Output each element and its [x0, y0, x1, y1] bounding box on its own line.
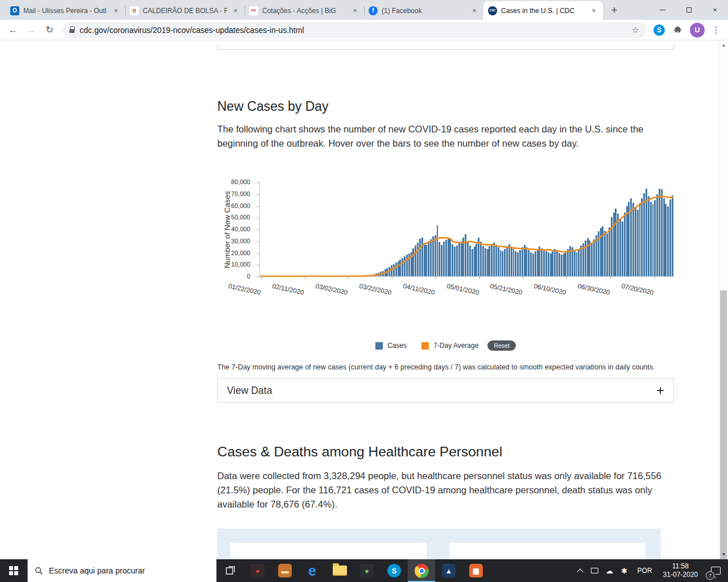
x-axis-tick-mark [348, 276, 349, 279]
y-axis-tick-mark [257, 230, 260, 230]
onedrive-tray-icon[interactable]: ☁ [602, 567, 617, 575]
tab-close-icon[interactable]: × [470, 6, 479, 15]
browser-tab[interactable]: BiGCotações - Acções | BiG× [245, 1, 364, 20]
taskbar-app-edge[interactable]: e [299, 559, 326, 582]
profile-avatar[interactable]: U [690, 23, 705, 38]
x-axis-tick-label: 03/22/2020 [359, 282, 392, 296]
skype-extension-icon[interactable]: S [653, 24, 665, 36]
outlook-favicon-icon: O [10, 6, 19, 15]
browser-menu-icon[interactable]: ⋮ [709, 24, 723, 35]
forward-button[interactable]: → [23, 22, 40, 39]
scroll-up-arrow-icon[interactable]: ▲ [719, 40, 728, 50]
close-button[interactable]: × [702, 0, 728, 20]
x-axis-tick-label: 01/22/2020 [228, 282, 261, 296]
cases-legend-label[interactable]: Cases [387, 342, 407, 350]
file-explorer-icon [333, 566, 347, 576]
taskbar-app-chrome[interactable] [408, 559, 435, 582]
x-axis-tick-mark [392, 276, 392, 279]
y-axis-tick-label: 60,000 [231, 202, 250, 209]
taskbar-app-skype[interactable]: S [380, 559, 408, 582]
x-axis-tick-label: 03/02/2020 [315, 282, 349, 296]
start-button[interactable] [0, 559, 27, 582]
search-icon [35, 567, 43, 575]
view-data-accordion[interactable]: View Data + [217, 378, 674, 403]
vertical-scrollbar[interactable]: ▲ ▼ [718, 40, 728, 559]
scroll-down-arrow-icon[interactable]: ▼ [719, 550, 728, 559]
taskbar-app-game-app[interactable]: ● [244, 559, 271, 582]
taskbar-app-office-app[interactable]: ▦ [462, 559, 490, 582]
expand-plus-icon[interactable]: + [656, 383, 664, 398]
browser-toolbar: ← → ↻ cdc.gov/coronavirus/2019-ncov/case… [0, 20, 728, 40]
x-axis-tick-label: 04/11/2020 [402, 282, 435, 296]
tab-strip: OMail - Ulisses Pereira - Outl×nCALDEIRÃ… [0, 0, 728, 20]
y-axis-tick-label: 30,000 [231, 238, 250, 244]
game-app-icon: ● [251, 564, 264, 577]
y-axis-tick-mark [257, 194, 260, 195]
forum-n-favicon-icon: n [130, 6, 139, 15]
extensions-puzzle-icon[interactable] [669, 22, 686, 39]
skype-icon: S [387, 564, 401, 577]
taskbar-app-media-app[interactable]: ● [353, 559, 380, 582]
y-axis-tick-mark [257, 265, 260, 265]
average-legend-swatch-icon[interactable] [421, 342, 429, 350]
x-axis-tick-mark [479, 276, 480, 279]
y-axis-tick-label: 50,000 [231, 214, 250, 221]
taskbar-app-store-app[interactable]: ▬ [271, 559, 299, 582]
y-axis-tick-mark [257, 277, 260, 277]
minimize-button[interactable] [650, 0, 676, 20]
maximize-button[interactable] [676, 0, 702, 20]
office-app-icon: ▦ [469, 564, 483, 577]
photos-app-icon: ▲ [442, 564, 456, 577]
scrollbar-thumb[interactable] [720, 290, 727, 559]
browser-tab[interactable]: CDCCases in the U.S. | CDC× [483, 1, 603, 20]
taskbar-app-photos-app[interactable]: ▲ [435, 559, 462, 582]
cases-legend-swatch-icon[interactable] [375, 342, 383, 350]
taskbar-clock[interactable]: 11:58 31-07-2020 [658, 562, 703, 579]
address-bar[interactable]: cdc.gov/coronavirus/2019-ncov/cases-upda… [63, 22, 646, 38]
tab-close-icon[interactable]: × [350, 6, 359, 15]
maximize-icon [686, 7, 692, 13]
chart-reset-button[interactable]: Reset [487, 340, 515, 351]
browser-window: OMail - Ulisses Pereira - Outl×nCALDEIRÃ… [0, 0, 728, 582]
settings-tray-icon[interactable]: ✱ [617, 567, 632, 575]
show-hidden-icons-button[interactable] [573, 567, 588, 574]
x-axis-ticks: 01/22/202002/11/202003/02/202003/22/2020… [259, 280, 674, 306]
window-controls: × [650, 0, 728, 20]
y-axis-tick-mark [257, 253, 260, 254]
healthcare-card [230, 543, 427, 559]
back-button[interactable]: ← [5, 22, 22, 39]
browser-tab[interactable]: nCALDEIRÃO DE BOLSA - Re× [125, 1, 245, 20]
date-text: 31-07-2020 [663, 571, 698, 579]
url-text[interactable]: cdc.gov/coronavirus/2019-ncov/cases-upda… [80, 26, 304, 35]
taskbar-app-file-explorer[interactable] [326, 559, 353, 582]
tab-title: Cases in the U.S. | CDC [501, 7, 585, 15]
display-tray-icon[interactable] [588, 568, 602, 573]
task-view-button[interactable] [217, 559, 244, 582]
tab-title: Mail - Ulisses Pereira - Outl [23, 7, 107, 15]
page-title: New Cases by Day [217, 99, 674, 114]
tab-close-icon[interactable]: × [111, 6, 121, 15]
browser-tab[interactable]: f(1) Facebook× [364, 1, 483, 20]
new-tab-button[interactable]: + [606, 2, 622, 18]
secure-lock-icon[interactable] [69, 29, 75, 33]
taskbar-search-input[interactable]: Escreva aqui para procurar [27, 559, 217, 582]
reload-button[interactable]: ↻ [41, 22, 58, 39]
x-axis-tick-mark [610, 276, 611, 279]
x-axis-tick-mark [654, 276, 655, 279]
action-center-button[interactable]: 7 [703, 559, 728, 582]
tabs-container: OMail - Ulisses Pereira - Outl×nCALDEIRÃ… [6, 1, 603, 20]
system-tray: ☁ ✱ POR 11:58 31-07-2020 7 [573, 559, 728, 582]
bookmark-star-icon[interactable]: ☆ [632, 25, 639, 35]
tab-close-icon[interactable]: × [231, 6, 240, 15]
tab-close-icon[interactable]: × [589, 6, 598, 15]
browser-tab[interactable]: OMail - Ulisses Pereira - Outl× [6, 1, 125, 20]
average-legend-label[interactable]: 7-Day Average [433, 342, 478, 350]
language-indicator[interactable]: POR [632, 567, 658, 575]
store-app-icon: ▬ [278, 564, 292, 577]
search-placeholder-text: Escreva aqui para procurar [49, 566, 145, 575]
intro-paragraph: The following chart shows the number of … [217, 122, 674, 151]
x-axis-tick-mark [436, 276, 436, 279]
x-axis-tick-label: 06/30/2020 [577, 282, 610, 296]
tab-title: CALDEIRÃO DE BOLSA - Re [143, 7, 227, 15]
x-axis-tick-label: 05/21/2020 [490, 282, 523, 296]
